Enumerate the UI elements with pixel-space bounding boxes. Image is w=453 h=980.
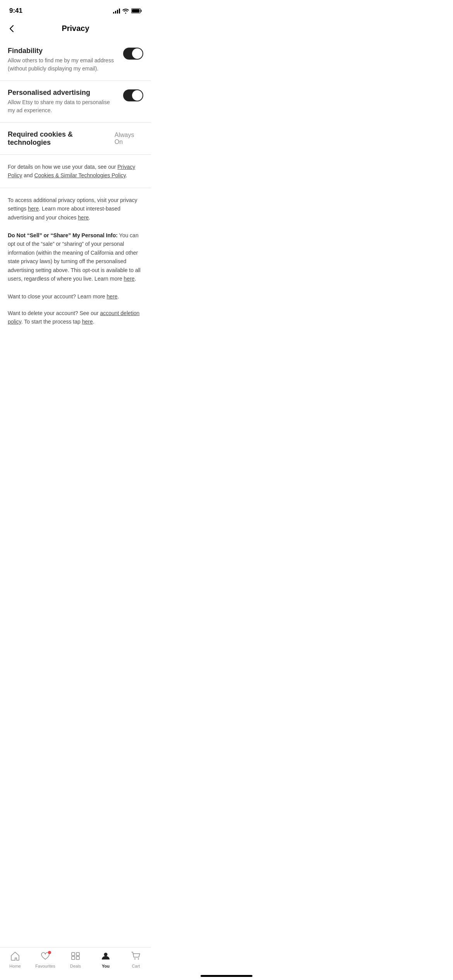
delete-account-part1: Want to delete your account? See our — [8, 310, 100, 316]
do-not-sell-text: Do Not “Sell” or “Share” My Personal Inf… — [8, 231, 143, 283]
cookies-policy-link[interactable]: Cookies & Similar Technologies Policy — [34, 172, 126, 178]
personalised-advertising-text: Personalised advertising Allow Etsy to s… — [8, 89, 117, 115]
page-title: Privacy — [62, 24, 89, 33]
access-here-link-2[interactable]: here — [78, 214, 89, 221]
delete-account-end: . — [93, 319, 94, 325]
findability-desc: Allow others to find me by my email addr… — [8, 57, 117, 73]
findability-title: Findability — [8, 47, 117, 55]
main-content: Findability Allow others to find me by m… — [0, 39, 151, 372]
toggle-knob — [132, 48, 142, 59]
personalised-advertising-toggle[interactable] — [123, 89, 143, 101]
do-not-sell-bold: Do Not “Sell” or “Share” My Personal Inf… — [8, 232, 118, 238]
access-text: To access additional privacy options, vi… — [8, 196, 143, 222]
personalised-advertising-desc: Allow Etsy to share my data to personali… — [8, 98, 117, 115]
svg-rect-1 — [141, 10, 142, 12]
personalised-advertising-section: Personalised advertising Allow Etsy to s… — [0, 81, 151, 123]
access-here-link-1[interactable]: here — [28, 206, 39, 212]
toggle-knob-2 — [132, 90, 142, 101]
status-icons — [113, 8, 142, 14]
required-cookies-title: Required cookies & technologies — [8, 130, 115, 147]
delete-account-mid: . To start the process tap — [21, 319, 82, 325]
do-not-sell-rest: You can opt out of the “sale” or “sharin… — [8, 232, 141, 282]
close-account-end: . — [118, 293, 119, 300]
delete-account-text: Want to delete your account? See our acc… — [8, 309, 143, 326]
access-text-part3: . — [89, 214, 90, 221]
findability-toggle[interactable] — [123, 48, 143, 60]
do-not-sell-here-link[interactable]: here — [124, 276, 135, 282]
findability-section: Findability Allow others to find me by m… — [0, 39, 151, 81]
privacy-info-part2: and — [22, 172, 34, 178]
back-button[interactable] — [8, 23, 15, 36]
privacy-info-text: For details on how we use your data, see… — [8, 163, 143, 180]
additional-info-section: To access additional privacy options, vi… — [0, 188, 151, 334]
status-time: 9:41 — [9, 7, 22, 15]
signal-icon — [113, 8, 120, 14]
delete-account-here-link[interactable]: here — [82, 319, 93, 325]
personalised-advertising-title: Personalised advertising — [8, 89, 117, 97]
wifi-icon — [122, 9, 129, 14]
privacy-info-part1: For details on how we use your data, see… — [8, 164, 117, 170]
battery-icon — [131, 8, 142, 14]
required-cookies-section: Required cookies & technologies Always O… — [0, 123, 151, 155]
do-not-sell-end: . — [135, 276, 136, 282]
close-account-part: Want to close your account? Learn more — [8, 293, 107, 300]
header: Privacy — [0, 19, 151, 39]
status-bar: 9:41 — [0, 0, 151, 19]
findability-text: Findability Allow others to find me by m… — [8, 47, 117, 73]
privacy-info-part3: . — [126, 172, 127, 178]
close-account-text: Want to close your account? Learn more h… — [8, 292, 143, 301]
privacy-policy-info: For details on how we use your data, see… — [0, 155, 151, 188]
always-on-badge: Always On — [115, 132, 143, 146]
close-account-here-link[interactable]: here — [107, 293, 118, 300]
svg-rect-2 — [132, 9, 140, 13]
